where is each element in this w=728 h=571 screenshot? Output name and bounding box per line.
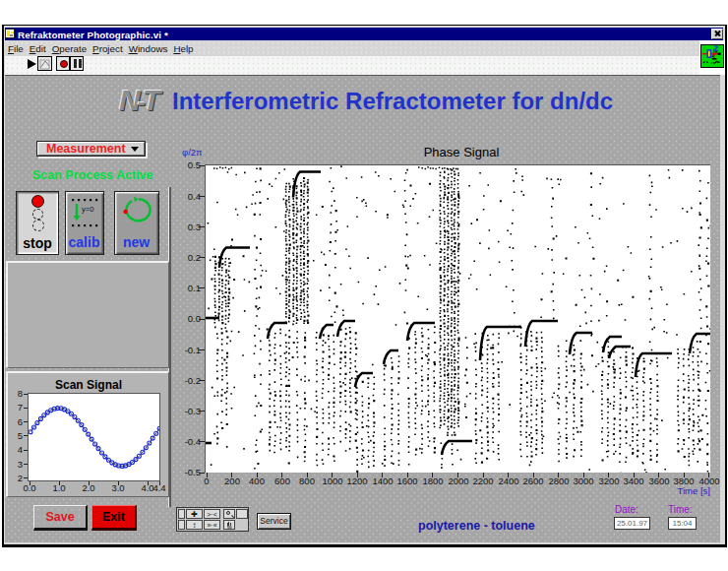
svg-text:y=0: y=0 (82, 205, 93, 214)
